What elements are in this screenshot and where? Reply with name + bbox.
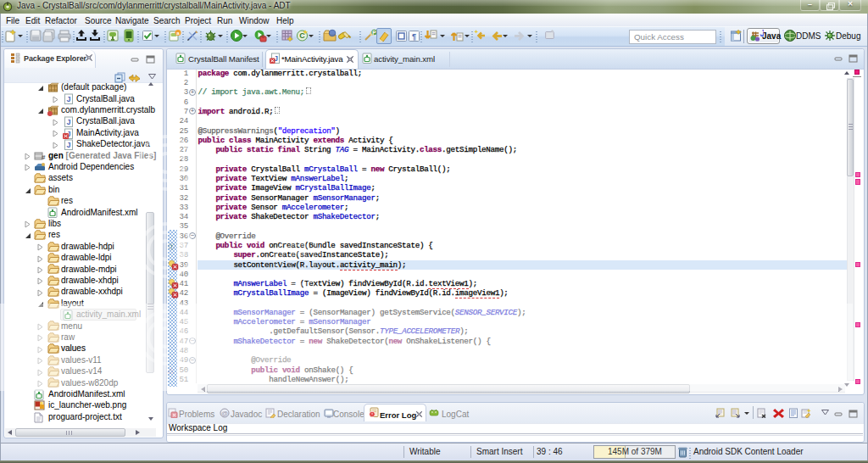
svg-text:J: J xyxy=(66,95,70,103)
svg-text:#: # xyxy=(42,153,46,161)
svg-text:J: J xyxy=(66,141,70,149)
svg-text:J: J xyxy=(66,118,70,126)
svg-text:@: @ xyxy=(221,410,228,417)
svg-text:¶: ¶ xyxy=(412,32,416,41)
